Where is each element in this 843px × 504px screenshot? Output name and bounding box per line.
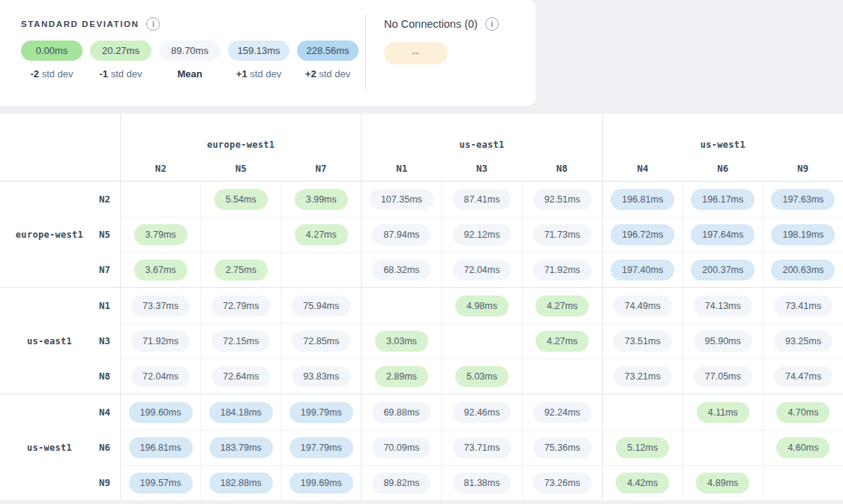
latency-cell[interactable]: 182.88ms [200, 466, 280, 500]
latency-cell[interactable]: 77.05ms [682, 359, 763, 394]
latency-pill[interactable]: 183.79ms [209, 437, 273, 458]
latency-pill[interactable]: 3.79ms [134, 224, 188, 245]
latency-cell[interactable]: 72.64ms [200, 359, 280, 394]
latency-cell[interactable]: 92.12ms [441, 218, 521, 252]
latency-cell[interactable]: 199.69ms [280, 466, 361, 500]
latency-pill[interactable]: 198.19ms [771, 224, 835, 245]
latency-pill[interactable]: 87.41ms [453, 189, 512, 210]
latency-pill[interactable]: 73.41ms [774, 296, 832, 316]
latency-cell[interactable]: 74.13ms [682, 288, 763, 323]
latency-pill[interactable]: 72.04ms [131, 366, 190, 387]
latency-pill[interactable]: 182.88ms [209, 472, 273, 494]
latency-pill[interactable]: 4.27ms [536, 331, 589, 352]
latency-pill[interactable]: 5.12ms [616, 437, 669, 458]
latency-cell[interactable]: 4.89ms [682, 466, 763, 500]
latency-pill[interactable]: 73.71ms [453, 437, 512, 458]
latency-cell[interactable]: 5.12ms [602, 430, 682, 465]
latency-cell[interactable]: 4.42ms [602, 466, 682, 500]
latency-pill[interactable]: 199.69ms [290, 472, 353, 494]
latency-pill[interactable]: 72.15ms [212, 331, 270, 352]
latency-pill[interactable]: 93.83ms [292, 366, 350, 387]
latency-cell[interactable]: 75.94ms [280, 288, 361, 323]
latency-pill[interactable]: 89.82ms [372, 472, 430, 494]
latency-pill[interactable]: 71.92ms [131, 331, 190, 352]
latency-pill[interactable]: 4.60ms [776, 437, 830, 458]
latency-pill[interactable]: 81.38ms [453, 472, 512, 494]
latency-cell[interactable]: 197.64ms [682, 218, 763, 252]
latency-cell[interactable]: 3.67ms [121, 253, 200, 287]
latency-pill[interactable]: 72.04ms [453, 260, 512, 280]
latency-cell[interactable]: 3.79ms [121, 218, 200, 252]
latency-pill[interactable]: 95.90ms [694, 331, 752, 352]
latency-pill[interactable]: 184.18ms [209, 402, 273, 423]
latency-cell[interactable]: 200.63ms [763, 253, 843, 287]
latency-cell[interactable]: 70.09ms [361, 430, 441, 465]
latency-pill[interactable]: 4.11ms [697, 402, 749, 423]
latency-pill[interactable]: 197.64ms [691, 224, 754, 245]
latency-pill[interactable]: 71.92ms [533, 260, 592, 280]
latency-pill[interactable]: 199.60ms [129, 402, 193, 423]
latency-cell[interactable]: 196.81ms [602, 182, 682, 217]
latency-cell[interactable]: 73.37ms [121, 288, 200, 323]
latency-cell[interactable]: 197.63ms [763, 182, 843, 217]
latency-pill[interactable]: 200.37ms [691, 260, 754, 280]
latency-pill[interactable]: 197.40ms [610, 260, 674, 280]
latency-cell[interactable]: 199.57ms [121, 466, 200, 500]
latency-cell[interactable]: 2.75ms [200, 253, 280, 287]
latency-cell[interactable]: 73.41ms [763, 288, 843, 323]
latency-pill[interactable]: 77.05ms [694, 366, 752, 387]
latency-cell[interactable]: 71.92ms [522, 253, 602, 287]
latency-cell[interactable]: 196.81ms [121, 430, 200, 465]
latency-cell[interactable]: 87.94ms [361, 218, 441, 252]
latency-pill[interactable]: 196.17ms [691, 189, 754, 210]
latency-pill[interactable]: 196.81ms [129, 437, 193, 458]
latency-cell[interactable]: 196.17ms [682, 182, 763, 217]
latency-pill[interactable]: 72.85ms [292, 331, 350, 352]
latency-cell[interactable]: 4.27ms [522, 324, 602, 358]
latency-cell[interactable]: 199.79ms [280, 394, 361, 430]
latency-pill[interactable]: 197.63ms [771, 189, 835, 210]
latency-cell[interactable]: 73.21ms [602, 359, 682, 394]
latency-cell[interactable]: 95.90ms [682, 324, 763, 358]
latency-pill[interactable]: 107.35ms [370, 189, 434, 210]
latency-pill[interactable]: 5.03ms [455, 366, 508, 387]
latency-pill[interactable]: 4.98ms [455, 296, 508, 316]
latency-pill[interactable]: 197.79ms [290, 437, 353, 458]
latency-cell[interactable]: 93.83ms [280, 359, 361, 394]
latency-pill[interactable]: 4.27ms [536, 296, 589, 316]
latency-pill[interactable]: 92.12ms [453, 224, 512, 245]
latency-pill[interactable]: 68.32ms [372, 260, 430, 280]
latency-cell[interactable]: 4.27ms [280, 218, 361, 252]
latency-cell[interactable]: 72.79ms [200, 288, 280, 323]
latency-pill[interactable]: 4.70ms [776, 402, 830, 423]
latency-cell[interactable]: 4.98ms [441, 288, 521, 323]
latency-cell[interactable]: 183.79ms [200, 430, 280, 465]
latency-pill[interactable]: 73.37ms [131, 296, 190, 316]
latency-cell[interactable]: 4.11ms [682, 394, 763, 430]
latency-cell[interactable]: 92.24ms [522, 394, 602, 430]
latency-pill[interactable]: 92.46ms [453, 402, 512, 423]
latency-cell[interactable]: 184.18ms [200, 394, 280, 430]
latency-pill[interactable]: 2.89ms [375, 366, 428, 387]
latency-cell[interactable]: 196.72ms [602, 218, 682, 252]
latency-pill[interactable]: 70.09ms [372, 437, 430, 458]
latency-cell[interactable]: 92.46ms [441, 394, 521, 430]
latency-cell[interactable]: 68.32ms [361, 253, 441, 287]
latency-pill[interactable]: 196.81ms [610, 189, 674, 210]
latency-cell[interactable]: 81.38ms [441, 466, 521, 500]
latency-pill[interactable]: 92.51ms [533, 189, 592, 210]
latency-pill[interactable]: 93.25ms [774, 331, 832, 352]
latency-pill[interactable]: 199.79ms [290, 402, 353, 423]
latency-cell[interactable]: 74.49ms [602, 288, 682, 323]
latency-cell[interactable]: 5.03ms [441, 359, 521, 394]
latency-cell[interactable]: 197.40ms [602, 253, 682, 287]
latency-cell[interactable]: 5.54ms [200, 182, 280, 217]
latency-pill[interactable]: 87.94ms [372, 224, 430, 245]
latency-cell[interactable]: 71.92ms [121, 324, 200, 358]
latency-pill[interactable]: 5.54ms [214, 189, 268, 210]
latency-cell[interactable]: 75.36ms [522, 430, 602, 465]
latency-pill[interactable]: 74.47ms [774, 366, 832, 387]
latency-cell[interactable]: 3.03ms [361, 324, 441, 358]
latency-cell[interactable]: 92.51ms [522, 182, 602, 217]
latency-cell[interactable]: 4.27ms [522, 288, 602, 323]
